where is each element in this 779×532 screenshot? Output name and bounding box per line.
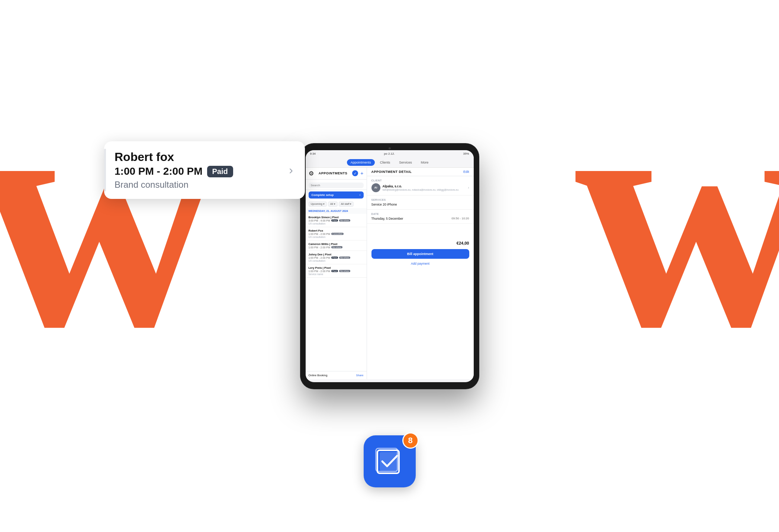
app-icon-container: 8 [364, 435, 416, 487]
tag-noshow: No-show [331, 246, 342, 248]
client-email: hdh@testing@invoices.eu, notavica@invoic… [383, 188, 468, 191]
floating-appointment-card: Robert fox 1:00 PM - 2:00 PM Paid Brand … [104, 141, 305, 199]
status-date: po 2.12. [384, 152, 395, 155]
search-bar [306, 180, 367, 190]
date-header: WEDNESDAY, 21. AUGUST 2024 [306, 208, 367, 214]
search-input[interactable] [309, 183, 364, 188]
online-booking-row: Online Booking Share [306, 371, 367, 379]
card-content: Robert fox 1:00 PM - 2:00 PM Paid Brand … [115, 150, 283, 190]
time-text: 09:50 - 10:20 [451, 217, 469, 220]
card-left-bar [104, 149, 106, 191]
app-icon-svg [373, 445, 406, 478]
client-row: Al Alpaka, s.r.o. hdh@testing@invoices.e… [371, 183, 469, 192]
filter-row: Upcoming ▾ All ▾ All staff ▾ [306, 200, 367, 208]
complete-setup-button[interactable]: Complete setup › [309, 191, 364, 199]
tag-cancelled: Cancelled [331, 233, 344, 235]
card-chevron-icon[interactable]: › [289, 163, 293, 177]
status-time: 9:34 [310, 152, 316, 155]
tab-appointments[interactable]: Appointments [347, 159, 375, 166]
share-link[interactable]: Share [356, 374, 363, 377]
price-row: €24,00 [367, 239, 474, 248]
client-chevron: › [468, 186, 469, 190]
appointment-item-cameron[interactable]: Cameron Willis | Pixel 1:00 PM - 2:00 PM… [306, 241, 367, 251]
services-section: SERVICES Service 20 iPhone [367, 196, 474, 210]
filter-all[interactable]: All ▾ [328, 201, 338, 207]
client-section: CLIENT Al Alpaka, s.r.o. hdh@testing@inv… [367, 176, 474, 196]
date-label: DATE [371, 213, 469, 215]
appointment-item-brooklyn[interactable]: Brooklyn Simon | Pixel 3:00 PM - 4:00 PM… [306, 214, 367, 227]
price-amount: €24,00 [457, 241, 469, 245]
client-name: Alpaka, s.r.o. [383, 184, 468, 188]
client-avatar: Al [371, 183, 380, 192]
services-label: SERVICES [371, 199, 469, 201]
card-paid-badge: Paid [207, 166, 233, 177]
letter-w-right: w [574, 45, 779, 379]
tag-noshow: No-show [339, 219, 350, 222]
panel-title: APPOINTMENTS [319, 171, 348, 175]
ipad-device: 9:34 po 2.12. 35% Appointments Clients S… [300, 144, 479, 389]
letter-w-left: w [0, 45, 212, 379]
date-section: DATE Thursday, 5 December 09:50 - 10:20 [367, 210, 474, 224]
client-info: Alpaka, s.r.o. hdh@testing@invoices.eu, … [383, 184, 468, 191]
tag-paid: Paid [331, 270, 338, 272]
status-bar: 9:34 po 2.12. 35% [306, 150, 474, 158]
notification-badge: 8 [402, 432, 419, 449]
add-payment-link[interactable]: Add payment [367, 260, 474, 267]
card-service: Brand consultation [115, 180, 283, 190]
app-icon[interactable]: 8 [364, 435, 416, 487]
right-panel: APPOINTMENT DETAIL Edit CLIENT Al Alpaka… [367, 168, 474, 379]
tab-more[interactable]: More [417, 159, 432, 166]
service-name: Service 20 iPhone [371, 203, 469, 206]
appointment-item-lery[interactable]: Lery Preis | Pixel 1:00 PM - 2:00 PM Pai… [306, 264, 367, 278]
left-panel: ⚙ APPOINTMENTS ✓ + Complete setup › [306, 168, 367, 379]
panel-header: ⚙ APPOINTMENTS ✓ + [306, 168, 367, 180]
bill-appointment-button[interactable]: Bill appointment [371, 249, 469, 259]
client-label: CLIENT [371, 179, 469, 182]
add-icon[interactable]: + [360, 170, 363, 176]
card-client-name: Robert fox [115, 150, 283, 164]
ipad-camera [389, 147, 391, 149]
tab-clients[interactable]: Clients [376, 159, 394, 166]
appointment-item-johny[interactable]: Johny Dee | Pixel 1:00 PM - 2:00 PM Paid… [306, 251, 367, 264]
tab-bar: Appointments Clients Services More [306, 158, 474, 168]
detail-title: APPOINTMENT DETAIL [371, 170, 412, 174]
edit-button[interactable]: Edit [463, 170, 469, 174]
filter-upcoming[interactable]: Upcoming ▾ [309, 201, 327, 207]
status-battery: 35% [463, 152, 469, 155]
tag-paid: Paid [331, 257, 338, 259]
card-time-row: 1:00 PM - 2:00 PM Paid [115, 165, 283, 177]
detail-header: APPOINTMENT DETAIL Edit [367, 168, 474, 176]
date-info: Thursday, 5 December 09:50 - 10:20 [371, 217, 469, 220]
main-content: ⚙ APPOINTMENTS ✓ + Complete setup › [306, 168, 474, 379]
check-icon: ✓ [352, 170, 358, 176]
tag-noshow: No-show [339, 257, 350, 259]
ipad-frame: 9:34 po 2.12. 35% Appointments Clients S… [300, 144, 479, 389]
settings-icon[interactable]: ⚙ [309, 170, 314, 177]
appointment-item-robertfox[interactable]: Robert Fox 1:00 PM - 2:00 PM Cancelled U… [306, 227, 367, 241]
filter-staff[interactable]: All staff ▾ [339, 201, 354, 207]
tag-paid: Paid [331, 219, 338, 222]
card-time: 1:00 PM - 2:00 PM [115, 165, 203, 177]
tab-services[interactable]: Services [395, 159, 416, 166]
tag-noshow: No-show [339, 270, 350, 272]
ipad-screen: 9:34 po 2.12. 35% Appointments Clients S… [306, 150, 474, 382]
header-icons: ✓ + [352, 170, 363, 176]
date-text: Thursday, 5 December [371, 217, 403, 220]
